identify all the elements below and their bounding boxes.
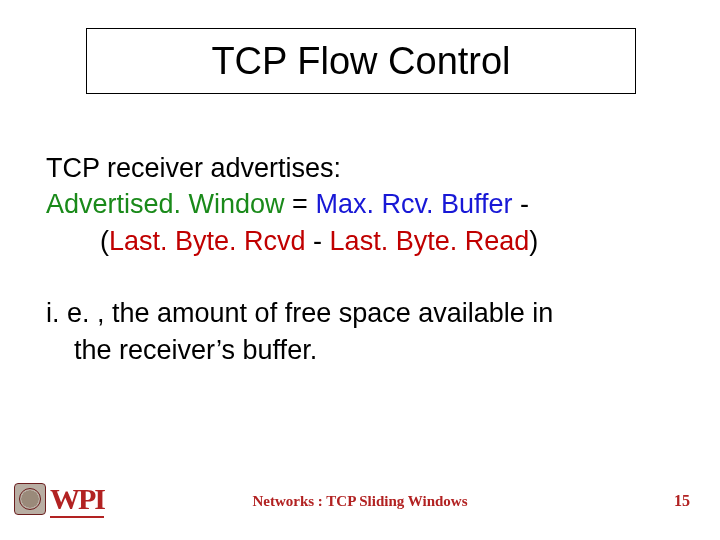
body-line-1: TCP receiver advertises: bbox=[46, 150, 676, 186]
minus-middle: - bbox=[306, 226, 330, 256]
slide-body: TCP receiver advertises: Advertised. Win… bbox=[46, 150, 676, 368]
body-line-5: the receiver’s buffer. bbox=[46, 332, 676, 368]
equals-sign: = bbox=[285, 189, 316, 219]
body-line-2: Advertised. Window = Max. Rcv. Buffer - bbox=[46, 186, 676, 222]
term-last-byte-read: Last. Byte. Read bbox=[330, 226, 530, 256]
slide-footer: WPI Networks : TCP Sliding Windows 15 bbox=[0, 476, 720, 516]
term-last-byte-rcvd: Last. Byte. Rcvd bbox=[109, 226, 306, 256]
page-number: 15 bbox=[674, 492, 690, 510]
term-max-rcv-buffer: Max. Rcv. Buffer bbox=[315, 189, 512, 219]
body-line-5-text: the receiver’s buffer. bbox=[74, 335, 317, 365]
body-line-4: i. e. , the amount of free space availab… bbox=[46, 295, 676, 331]
paren-open: ( bbox=[100, 226, 109, 256]
term-advertised-window: Advertised. Window bbox=[46, 189, 285, 219]
paren-close: ) bbox=[529, 226, 538, 256]
footer-caption: Networks : TCP Sliding Windows bbox=[0, 493, 720, 510]
gap-spacer bbox=[46, 259, 676, 295]
slide-title: TCP Flow Control bbox=[211, 40, 510, 83]
minus-trailing: - bbox=[512, 189, 529, 219]
slide-title-box: TCP Flow Control bbox=[86, 28, 636, 94]
body-line-3: (Last. Byte. Rcvd - Last. Byte. Read) bbox=[46, 223, 676, 259]
